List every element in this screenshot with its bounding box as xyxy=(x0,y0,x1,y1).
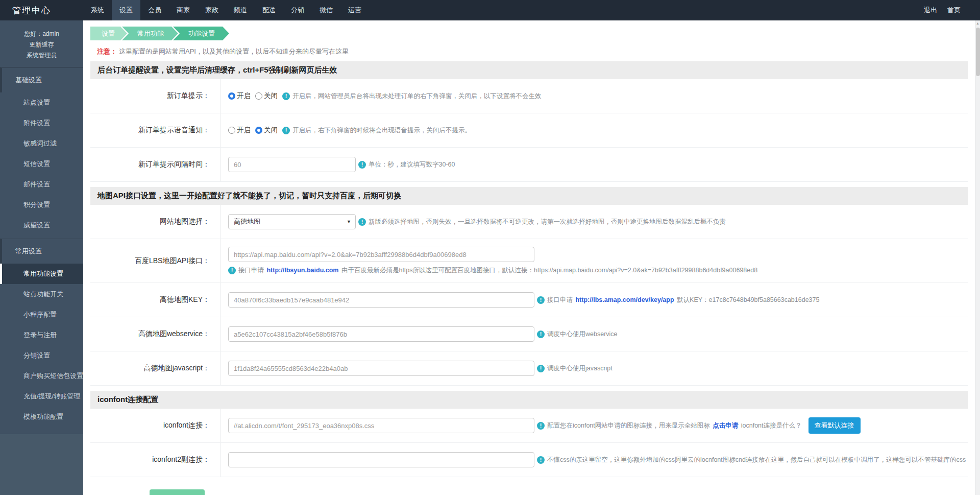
info-icon xyxy=(537,456,545,464)
baidu-api-input[interactable] xyxy=(228,247,534,262)
field-hint: 配置您在iconfont网站申请的图标连接，用来显示全站图标 点击申请 iocn… xyxy=(547,421,802,430)
field-label: 新订单提示间隔时间： xyxy=(90,148,220,181)
radio-unchecked-icon[interactable] xyxy=(228,127,235,134)
form-row-iconfont2: iconfont2副连接： 不懂css的亲这里留空，这里你额外增加的css阿里云… xyxy=(90,443,968,477)
form-row-amap-webservice: 高德地图webservice： 调度中心使用webservice xyxy=(90,317,968,351)
info-icon xyxy=(537,296,545,304)
topnav-item[interactable]: 退出 xyxy=(919,0,942,20)
amap-key-input[interactable] xyxy=(228,292,534,308)
info-icon xyxy=(228,267,236,274)
scrollbar-thumb[interactable] xyxy=(976,28,980,76)
amap-javascript-input[interactable] xyxy=(228,361,534,376)
sidebar-group-header[interactable]: 常用设置 xyxy=(0,239,83,264)
topnav-item[interactable]: 分销 xyxy=(283,0,312,20)
main-content: 设置 常用功能 功能设置 注意：这里配置的是网站常用API，以及其他的设置，以后… xyxy=(83,20,975,495)
sidebar-item[interactable]: 商户购买短信包设置 xyxy=(0,366,83,386)
sidebar-item[interactable]: 站点功能开关 xyxy=(0,284,83,304)
radio-option-off[interactable]: 关闭 xyxy=(255,126,278,135)
field-hint: 调度中心使用javascript xyxy=(547,364,612,373)
topnav-item[interactable]: 家政 xyxy=(198,0,226,20)
field-label: 网站地图选择： xyxy=(90,205,220,239)
topnav-item[interactable]: 微信 xyxy=(312,0,340,20)
sidebar-item[interactable]: 站点设置 xyxy=(0,92,83,113)
iconfont-apply-link[interactable]: 点击申请 xyxy=(713,422,738,429)
sidebar-item[interactable]: 分销设置 xyxy=(0,345,83,366)
sidebar-item[interactable]: 充值/提现/转账管理 xyxy=(0,386,83,407)
sidebar-menu: 基础设置站点设置附件设置敏感词过滤短信设置邮件设置积分设置威望设置常用设置常用功… xyxy=(0,67,83,495)
sidebar-item[interactable]: 登录与注册 xyxy=(0,325,83,345)
field-hint: 单位：秒，建议填写数字30-60 xyxy=(369,160,455,169)
radio-unchecked-icon[interactable] xyxy=(255,92,262,100)
iconfont2-input[interactable] xyxy=(228,452,534,467)
sidebar-item[interactable]: 小程序配置 xyxy=(0,304,83,325)
radio-checked-icon[interactable] xyxy=(228,92,235,100)
breadcrumb-segment-function[interactable]: 功能设置 xyxy=(173,27,229,40)
field-hint: 调度中心使用webservice xyxy=(547,330,618,339)
sidebar-item[interactable]: 积分设置 xyxy=(0,195,83,215)
topnav-item[interactable]: 频道 xyxy=(226,0,255,20)
chevron-down-icon xyxy=(347,215,351,229)
scroll-up-icon[interactable] xyxy=(975,20,980,27)
refresh-cache-link[interactable]: 更新缓存 xyxy=(3,39,80,50)
app-logo: 管理中心 xyxy=(0,5,83,16)
info-icon xyxy=(537,422,545,430)
sidebar-group-header[interactable]: 基础设置 xyxy=(0,67,83,92)
iconfont-input[interactable] xyxy=(228,418,534,433)
amap-apply-link[interactable]: http://lbs.amap.com/dev/key/app xyxy=(575,296,674,303)
breadcrumb-segment-common[interactable]: 常用功能 xyxy=(122,27,178,40)
interval-input[interactable] xyxy=(228,157,356,172)
field-label: 高德地图javascript： xyxy=(90,351,220,385)
baidu-apply-link[interactable]: http://lbsyun.baidu.com xyxy=(266,267,338,274)
radio-option-off[interactable]: 关闭 xyxy=(255,91,278,101)
field-hint: 不懂css的亲这里留空，这里你额外增加的css阿里云的iocnfont图标cnd… xyxy=(547,456,966,464)
form-row-map-select: 网站地图选择： 高德地图 新版必须选择地图，否则失效，一旦选择数据将不可逆更改，… xyxy=(90,205,968,239)
sidebar-item[interactable]: 敏感词过滤 xyxy=(0,133,83,154)
info-icon xyxy=(358,218,366,226)
field-label: 新订单提示： xyxy=(90,79,220,113)
sidebar-item[interactable]: 短信设置 xyxy=(0,154,83,174)
sidebar-item[interactable]: 附件设置 xyxy=(0,113,83,133)
field-label: iconfont连接： xyxy=(90,409,220,442)
radio-option-on[interactable]: 开启 xyxy=(228,91,251,101)
radio-checked-icon[interactable] xyxy=(255,127,262,134)
radio-label: 关闭 xyxy=(264,126,278,135)
form-row-voice-alert: 新订单提示语音通知： 开启 关闭 开启后，右下角弹窗的时候将会出现语音提示，关闭… xyxy=(90,113,968,148)
view-default-link-button[interactable]: 查看默认连接 xyxy=(808,417,861,434)
notice-label: 注意： xyxy=(97,48,117,55)
topnav-item[interactable]: 系统 xyxy=(83,0,112,20)
sidebar-item[interactable]: 威望设置 xyxy=(0,215,83,235)
field-label: 百度LBS地图API接口： xyxy=(90,239,220,282)
amap-webservice-input[interactable] xyxy=(228,326,534,342)
breadcrumb-segment-settings[interactable]: 设置 xyxy=(90,27,127,40)
field-label: 高德地图webservice： xyxy=(90,317,220,351)
radio-label: 关闭 xyxy=(264,91,278,101)
user-greeting: 您好：admin xyxy=(3,29,80,39)
field-hint: 开启后，右下角弹窗的时候将会出现语音提示，关闭后不提示。 xyxy=(292,126,471,135)
topnav-item[interactable]: 商家 xyxy=(169,0,198,20)
sidebar-item[interactable]: 邮件设置 xyxy=(0,174,83,195)
form-row-interval: 新订单提示间隔时间： 单位：秒，建议填写数字30-60 xyxy=(90,148,968,182)
confirm-add-button[interactable]: 确认添加 xyxy=(150,489,205,495)
sidebar-footer xyxy=(0,434,83,495)
radio-label: 开启 xyxy=(237,91,251,101)
map-select[interactable]: 高德地图 xyxy=(228,214,356,229)
user-role-link[interactable]: 系统管理员 xyxy=(3,50,80,61)
form-row-baidu-api: 百度LBS地图API接口： 接口申请 http://lbsyun.baidu.c… xyxy=(90,239,968,283)
topnav-item[interactable]: 配送 xyxy=(255,0,283,20)
sidebar-item[interactable]: 模板功能配置 xyxy=(0,407,83,427)
topnav-item[interactable]: 首页 xyxy=(942,0,966,20)
form-row-amap-javascript: 高德地图javascript： 调度中心使用javascript xyxy=(90,351,968,386)
sidebar-user-panel: 您好：admin 更新缓存 系统管理员 xyxy=(0,20,83,67)
breadcrumb: 设置 常用功能 功能设置 xyxy=(90,27,968,40)
sidebar-item[interactable]: 常用功能设置 xyxy=(0,264,83,284)
topnav-item[interactable]: 设置 xyxy=(112,0,140,20)
info-icon xyxy=(282,92,290,100)
sidebar: 您好：admin 更新缓存 系统管理员 基础设置站点设置附件设置敏感词过滤短信设… xyxy=(0,20,83,495)
radio-option-on[interactable]: 开启 xyxy=(228,126,251,135)
topnav-item[interactable]: 运营 xyxy=(340,0,369,20)
radio-label: 开启 xyxy=(237,126,251,135)
section-iconfont-title: iconfont连接配置 xyxy=(90,391,968,409)
scrollbar[interactable] xyxy=(975,20,980,495)
field-hint: 接口申请 http://lbs.amap.com/dev/key/app 默认K… xyxy=(547,296,819,304)
topnav-item[interactable]: 会员 xyxy=(140,0,169,20)
